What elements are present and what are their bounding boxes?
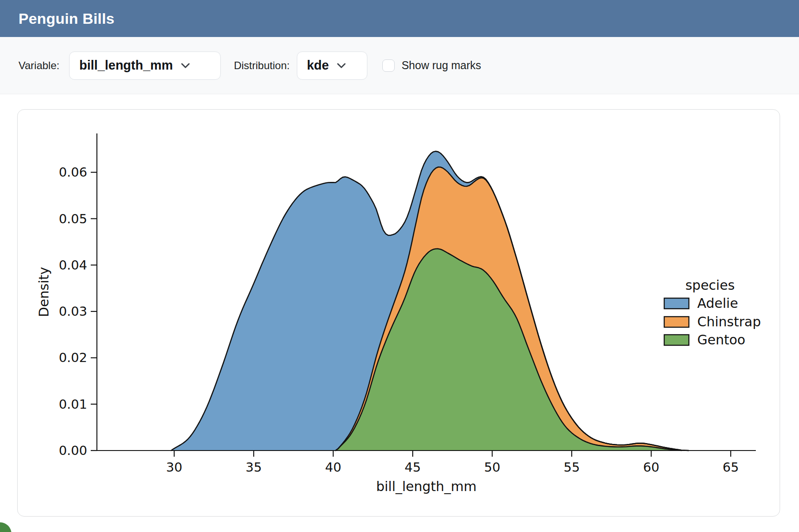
chevron-down-icon bbox=[337, 63, 346, 69]
rug-checkbox[interactable] bbox=[382, 59, 395, 72]
svg-text:50: 50 bbox=[484, 460, 500, 475]
app-title: Penguin Bills bbox=[18, 10, 115, 27]
svg-text:40: 40 bbox=[325, 460, 341, 475]
svg-text:30: 30 bbox=[166, 460, 182, 475]
svg-text:Adelie: Adelie bbox=[697, 296, 738, 311]
variable-select[interactable]: bill_length_mm bbox=[69, 52, 221, 80]
svg-text:0.04: 0.04 bbox=[59, 258, 87, 273]
header-bar: Penguin Bills bbox=[0, 0, 799, 37]
svg-text:Density: Density bbox=[36, 267, 52, 317]
svg-text:35: 35 bbox=[246, 460, 262, 475]
distribution-select[interactable]: kde bbox=[297, 52, 367, 80]
svg-text:0.03: 0.03 bbox=[59, 304, 87, 319]
corner-badge[interactable] bbox=[0, 522, 11, 532]
distribution-label: Distribution: bbox=[234, 59, 290, 72]
svg-text:60: 60 bbox=[643, 460, 659, 475]
legend: speciesAdelieChinstrapGentoo bbox=[664, 277, 761, 347]
svg-text:species: species bbox=[685, 277, 735, 293]
svg-text:55: 55 bbox=[564, 460, 580, 475]
svg-text:0.01: 0.01 bbox=[59, 397, 87, 412]
chevron-down-icon bbox=[181, 63, 190, 69]
svg-text:0.06: 0.06 bbox=[59, 165, 87, 180]
svg-text:Gentoo: Gentoo bbox=[697, 332, 745, 347]
svg-text:0.05: 0.05 bbox=[59, 211, 87, 226]
svg-text:0.00: 0.00 bbox=[59, 443, 87, 458]
toolbar: Variable: bill_length_mm Distribution: k… bbox=[0, 37, 799, 94]
variable-label: Variable: bbox=[18, 59, 59, 72]
density-chart: 30354045505560650.000.010.020.030.040.05… bbox=[18, 110, 781, 517]
svg-text:0.02: 0.02 bbox=[59, 350, 87, 365]
svg-text:45: 45 bbox=[405, 460, 421, 475]
distribution-select-value: kde bbox=[307, 58, 329, 73]
plot-card: 30354045505560650.000.010.020.030.040.05… bbox=[17, 109, 780, 517]
svg-text:65: 65 bbox=[723, 460, 739, 475]
variable-select-value: bill_length_mm bbox=[79, 58, 173, 73]
svg-text:bill_length_mm: bill_length_mm bbox=[376, 479, 477, 494]
rug-checkbox-label: Show rug marks bbox=[402, 59, 481, 72]
svg-text:Chinstrap: Chinstrap bbox=[697, 314, 761, 329]
